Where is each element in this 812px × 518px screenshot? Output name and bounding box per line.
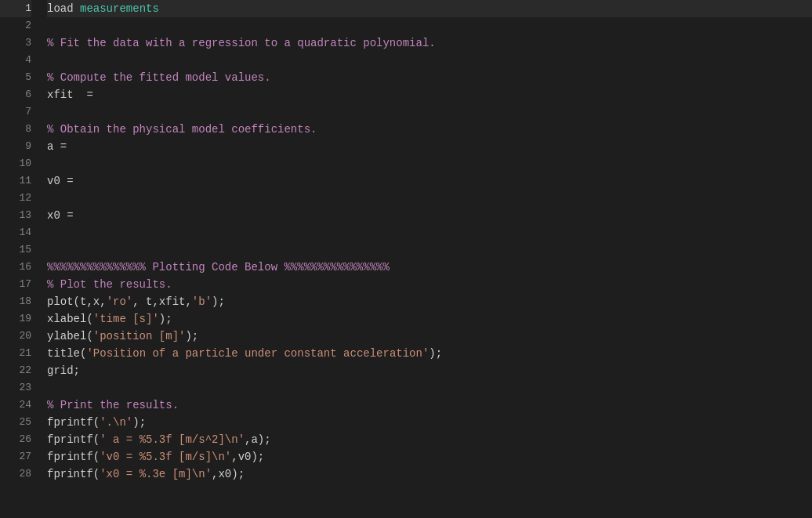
code-line-15 — [47, 241, 812, 259]
token: ' a = %5.3f [m/s^2]\n' — [100, 433, 245, 446]
line-number-2: 2 — [0, 17, 31, 34]
line-number-21: 21 — [0, 345, 31, 362]
token: % Fit the data with a regression to a qu… — [47, 37, 436, 49]
line-number-19: 19 — [0, 310, 31, 328]
code-line-1: load measurements — [47, 0, 812, 17]
line-number-24: 24 — [0, 397, 31, 414]
token: 'b' — [192, 295, 212, 308]
line-number-27: 27 — [0, 448, 31, 465]
line-number-16: 16 — [0, 259, 31, 276]
token: 'ro' — [107, 295, 133, 308]
code-line-6: xfit = — [47, 86, 812, 103]
token: ylabel( — [47, 330, 93, 342]
token: plot(t,x, — [47, 295, 107, 308]
code-line-9: a = — [47, 138, 812, 155]
line-number-26: 26 — [0, 431, 31, 448]
code-line-24: % Print the results. — [47, 397, 812, 414]
line-number-28: 28 — [0, 465, 31, 483]
token: % Compute the fitted model values. — [47, 71, 271, 84]
code-line-17: % Plot the results. — [47, 276, 812, 293]
token: ); — [159, 313, 172, 325]
line-number-5: 5 — [0, 69, 31, 86]
code-line-13: x0 = — [47, 207, 812, 224]
line-number-13: 13 — [0, 207, 31, 224]
line-number-12: 12 — [0, 190, 31, 207]
line-numbers: 1234567891011121314151617181920212223242… — [0, 0, 39, 518]
token: 'position [m]' — [93, 330, 186, 342]
token: % Obtain the physical model coefficients… — [47, 123, 317, 136]
line-number-22: 22 — [0, 362, 31, 379]
line-number-23: 23 — [0, 379, 31, 397]
token: , t,xfit, — [132, 295, 192, 308]
code-line-10 — [47, 155, 812, 172]
line-number-25: 25 — [0, 414, 31, 431]
token: load — [47, 2, 80, 15]
line-number-18: 18 — [0, 293, 31, 310]
line-number-4: 4 — [0, 52, 31, 69]
code-line-4 — [47, 52, 812, 69]
code-line-23 — [47, 379, 812, 397]
token: xfit = — [47, 89, 93, 101]
code-line-5: % Compute the fitted model values. — [47, 69, 812, 86]
token: ); — [212, 295, 225, 308]
code-line-27: fprintf('v0 = %5.3f [m/s]\n',v0); — [47, 448, 812, 465]
code-line-28: fprintf('x0 = %.3e [m]\n',x0); — [47, 465, 812, 483]
token: x0 = — [47, 209, 74, 222]
line-number-9: 9 — [0, 138, 31, 155]
token: 'x0 = %.3e [m]\n' — [100, 468, 212, 480]
code-line-7 — [47, 103, 812, 121]
token: ,x0); — [212, 468, 245, 480]
code-line-25: fprintf('.\n'); — [47, 414, 812, 431]
token: ); — [132, 416, 146, 429]
code-line-20: ylabel('position [m]'); — [47, 328, 812, 345]
line-number-15: 15 — [0, 241, 31, 259]
line-number-20: 20 — [0, 328, 31, 345]
code-area[interactable]: load measurements % Fit the data with a … — [39, 0, 812, 518]
code-line-16: %%%%%%%%%%%%%%% Plotting Code Below %%%%… — [47, 259, 812, 276]
token: title( — [47, 347, 86, 360]
token: 'Position of a particle under constant a… — [86, 347, 429, 360]
token: '.\n' — [100, 416, 132, 429]
token: a = — [47, 140, 67, 153]
code-line-11: v0 = — [47, 172, 812, 190]
token: ); — [185, 330, 198, 342]
token: ,a); — [245, 433, 271, 446]
token: fprintf( — [47, 433, 100, 446]
line-number-7: 7 — [0, 103, 31, 121]
token: 'v0 = %5.3f [m/s]\n' — [100, 451, 231, 463]
token: ); — [429, 347, 442, 360]
code-line-8: % Obtain the physical model coefficients… — [47, 121, 812, 138]
token: % Print the results. — [47, 399, 179, 411]
line-number-14: 14 — [0, 224, 31, 241]
code-line-21: title('Position of a particle under cons… — [47, 345, 812, 362]
token: fprintf( — [47, 416, 100, 429]
code-editor: 1234567891011121314151617181920212223242… — [0, 0, 812, 518]
token: fprintf( — [47, 468, 100, 480]
line-number-3: 3 — [0, 34, 31, 52]
code-line-12 — [47, 190, 812, 207]
token: xlabel( — [47, 313, 93, 325]
code-line-14 — [47, 224, 812, 241]
token: measurements — [80, 2, 159, 15]
code-line-18: plot(t,x,'ro', t,xfit,'b'); — [47, 293, 812, 310]
line-number-8: 8 — [0, 121, 31, 138]
line-number-11: 11 — [0, 172, 31, 190]
code-line-19: xlabel('time [s]'); — [47, 310, 812, 328]
code-line-26: fprintf(' a = %5.3f [m/s^2]\n',a); — [47, 431, 812, 448]
code-line-3: % Fit the data with a regression to a qu… — [47, 34, 812, 52]
token: 'time [s]' — [93, 313, 159, 325]
line-number-10: 10 — [0, 155, 31, 172]
token: grid; — [47, 364, 80, 377]
token: v0 = — [47, 175, 74, 187]
token: ,v0); — [231, 451, 264, 463]
line-number-17: 17 — [0, 276, 31, 293]
token: fprintf( — [47, 451, 100, 463]
token: % Plot the results. — [47, 278, 172, 291]
code-line-22: grid; — [47, 362, 812, 379]
line-number-6: 6 — [0, 86, 31, 103]
token: %%%%%%%%%%%%%%% Plotting Code Below %%%%… — [47, 261, 390, 273]
line-number-1: 1 — [0, 0, 31, 17]
code-line-2 — [47, 17, 812, 34]
